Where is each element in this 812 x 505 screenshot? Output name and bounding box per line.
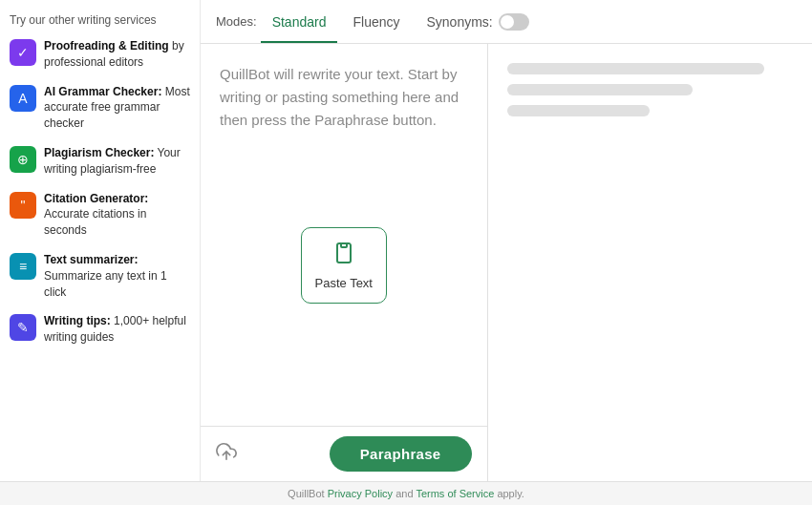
content-area: Modes: Standard Fluency Synonyms: QuillB…: [201, 0, 812, 481]
sidebar-item-plagiarism[interactable]: ⊕ Plagiarism Checker: Your writing plagi…: [10, 145, 190, 178]
sidebar-icon-summarizer: ≡: [10, 253, 36, 280]
tab-standard[interactable]: Standard: [261, 3, 338, 43]
svg-rect-0: [341, 243, 347, 247]
tab-fluency[interactable]: Fluency: [341, 3, 411, 43]
synonyms-label: Synonyms:: [427, 14, 493, 30]
modes-label: Modes:: [216, 14, 257, 29]
sidebar: Try our other writing services ✓ Proofre…: [0, 0, 201, 481]
tabs-bar: Modes: Standard Fluency Synonyms:: [201, 0, 812, 44]
tab-synonyms[interactable]: Synonyms:: [416, 2, 541, 44]
skeleton-line-3: [507, 105, 651, 116]
paraphrase-button[interactable]: Paraphrase: [330, 436, 472, 472]
editor-bottom-bar: Paraphrase: [201, 426, 487, 481]
paste-label: Paste Text: [315, 276, 373, 290]
sidebar-icon-proofreading: ✓: [10, 39, 36, 66]
sidebar-item-citation[interactable]: " Citation Generator: Accurate citations…: [10, 191, 190, 239]
clipboard-icon: [332, 242, 355, 270]
sidebar-text-summarizer: Text summarizer: Summarize any text in 1…: [44, 252, 190, 300]
skeleton-line-2: [507, 84, 694, 95]
sidebar-item-grammar[interactable]: A AI Grammar Checker: Most accurate free…: [10, 84, 190, 132]
editor-pane: QuillBot will rewrite your text. Start b…: [201, 44, 812, 481]
footer-text-before: QuillBot: [288, 488, 328, 499]
skeleton-line-1: [507, 63, 765, 74]
footer: QuillBot Privacy Policy and Terms of Ser…: [0, 481, 812, 505]
sidebar-title: Try our other writing services: [10, 13, 190, 27]
placeholder-text: QuillBot will rewrite your text. Start b…: [220, 63, 468, 132]
footer-text-mid: and: [393, 488, 416, 499]
paste-button[interactable]: Paste Text: [301, 227, 387, 304]
sidebar-text-grammar: AI Grammar Checker: Most accurate free g…: [44, 84, 190, 132]
sidebar-item-writing-tips[interactable]: ✎ Writing tips: 1,000+ helpful writing g…: [10, 313, 190, 346]
sidebar-item-proofreading[interactable]: ✓ Proofreading & Editing by professional…: [10, 38, 190, 71]
sidebar-icon-writing-tips: ✎: [10, 314, 36, 341]
sidebar-text-plagiarism: Plagiarism Checker: Your writing plagiar…: [44, 145, 190, 178]
editor-left: QuillBot will rewrite your text. Start b…: [201, 44, 488, 481]
editor-right: [488, 44, 813, 481]
sidebar-text-writing-tips: Writing tips: 1,000+ helpful writing gui…: [44, 313, 190, 346]
sidebar-icon-grammar: A: [10, 85, 36, 112]
upload-icon[interactable]: [216, 441, 237, 467]
main-layout: Try our other writing services ✓ Proofre…: [0, 0, 812, 481]
sidebar-item-summarizer[interactable]: ≡ Text summarizer: Summarize any text in…: [10, 252, 190, 300]
sidebar-text-citation: Citation Generator: Accurate citations i…: [44, 191, 190, 239]
sidebar-icon-plagiarism: ⊕: [10, 146, 36, 173]
footer-text-after: apply.: [494, 488, 524, 499]
sidebar-icon-citation: ": [10, 192, 36, 219]
editor-text-area[interactable]: QuillBot will rewrite your text. Start b…: [201, 44, 487, 426]
synonyms-toggle[interactable]: [499, 13, 529, 31]
terms-of-service-link[interactable]: Terms of Service: [416, 488, 494, 499]
privacy-policy-link[interactable]: Privacy Policy: [328, 488, 393, 499]
sidebar-text-proofreading: Proofreading & Editing by professional e…: [44, 38, 190, 71]
